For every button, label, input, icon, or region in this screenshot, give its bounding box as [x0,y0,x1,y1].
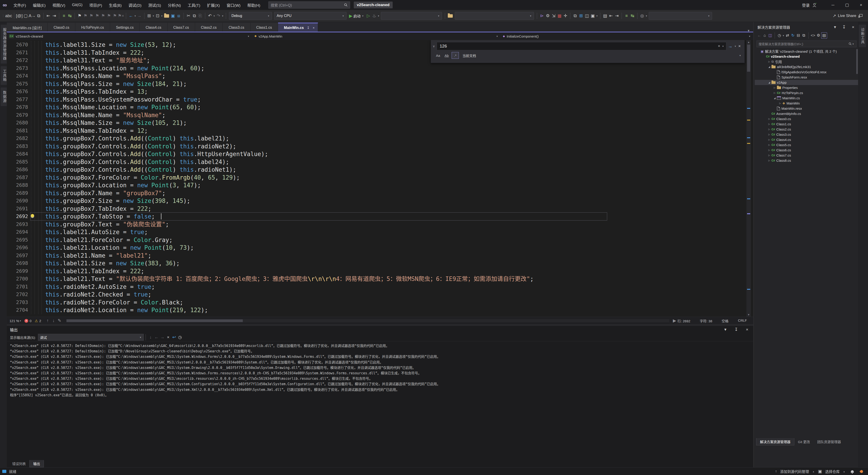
indent-mode[interactable]: 空格 [722,319,728,323]
accessibility-icon-caret[interactable]: ▾ [646,14,647,18]
find-next-options-icon[interactable]: ▾ [735,45,736,48]
code-line[interactable]: this.label21.AutoSize = true; [7,228,739,236]
find-in-files-icon[interactable] [448,14,453,18]
menu-Git(G)[interactable]: Git(G) [69,0,86,10]
extra-select[interactable]: ▾ [649,12,712,20]
next-bookmark-icon[interactable]: ⚑ [88,13,94,19]
expanded-arrow-icon[interactable]: ◢ [767,66,771,68]
add-item-icon[interactable]: ✛ [562,13,568,19]
console-icon[interactable]: ▣ [590,13,596,19]
code-line[interactable]: this.label21.Name = "label21"; [7,252,739,260]
sort2-icon[interactable]: ≡ [624,13,629,19]
document-tab-Class4.cs[interactable]: Class4.cs [140,23,167,32]
copy-icon[interactable]: ⧉ [191,13,197,19]
properties-copy-icon[interactable]: ⧉ [801,33,807,38]
document-tab-Class7.cs[interactable]: Class7.cs [167,23,195,32]
layout-icon[interactable]: ◫ [584,13,590,19]
navigate-forward-icon[interactable]: → [136,13,143,19]
code-line[interactable]: this.groupBox7.Controls.Add((Control) th… [7,135,739,143]
step-into-box-icon[interactable]: ⇲ [551,13,557,19]
pin-icon[interactable]: ↧ [733,327,739,332]
copy-structure-icon[interactable]: ⧉ [36,13,41,19]
find-next-icon[interactable]: → [726,43,734,49]
cut-icon[interactable]: ✂ [186,13,191,19]
new-project-icon[interactable]: ⊞ [146,13,152,19]
sort-lines-icon[interactable]: ≡ [61,13,67,19]
zoom-level-select[interactable]: 121 % [9,319,19,323]
dock-window-icon[interactable]: ⊞ [578,13,584,19]
undo-icon[interactable]: ↶ [207,13,213,19]
menu-文件(F)[interactable]: 文件(F) [10,0,30,10]
menu-调试(D)[interactable]: 调试(D) [125,0,145,10]
window-menu-icon[interactable]: ▾ [722,327,728,332]
tree-item-HzToPinyin.cs[interactable]: ▷C#HzToPinyin.cs [755,90,858,95]
redo-icon[interactable]: ↷ [215,13,221,19]
paste-icon[interactable]: ⎘ [197,13,203,19]
back-icon[interactable]: ← [756,33,762,38]
menu-帮助(H)[interactable]: 帮助(H) [244,0,264,10]
tree-item-解决方案 'v2Search-cleaned' (1 个项目, 共 2 个)[interactable]: ▣解决方案 'v2Search-cleaned' (1 个项目, 共 2 个) [755,49,858,54]
collapsed-arrow-icon[interactable]: ▷ [767,133,771,136]
document-tab-Class1.cs[interactable]: Class1.cs [250,23,278,32]
tree-item-aR3nbf8dQp2feLmk31[interactable]: ◢aR3nbf8dQp2feLmk31 [755,64,858,69]
pointer-icon[interactable]: ▢ [23,13,29,19]
collapsed-arrow-icon[interactable]: ▷ [773,86,776,89]
menu-编辑(E)[interactable]: 编辑(E) [29,0,49,10]
tree-item-引用[interactable]: ▷⧉引用 [755,59,858,64]
hot-reload-icon[interactable]: ♨ [371,13,377,19]
toggle-bookmark-icon[interactable]: ⚑ [76,13,83,19]
tree-item-MainWin[interactable]: ▷❖MainWin [755,101,858,106]
collapsed-arrow-icon[interactable]: ▷ [767,139,771,141]
redo-icon-caret[interactable]: ▾ [222,14,223,18]
next-bookmark-doc-icon[interactable]: ⚑ [112,13,118,19]
collapsed-arrow-icon[interactable]: ▷ [778,102,782,105]
reorder-lines-icon[interactable]: ↹ [67,13,73,19]
document-tab-Class3.cs[interactable]: Class3.cs [223,23,250,32]
code-line[interactable]: this.groupBox7.ForeColor = Color.FromArg… [7,174,739,182]
warning-count-icon[interactable]: ⚠ [35,319,38,323]
regex-toggle[interactable]: .* [452,52,459,59]
sign-in-link[interactable]: 登录 [802,2,810,8]
collapsed-arrow-icon[interactable]: ▷ [767,60,771,63]
new-file-icon[interactable]: ⊡ [155,13,160,19]
tree-item-Class1.cs[interactable]: ▷C#Class1.cs [755,121,858,127]
menu-项目(P)[interactable]: 项目(P) [86,0,105,10]
accessibility-icon[interactable]: ◎ [639,13,645,19]
edit-marker-icon[interactable]: ✎ [57,318,62,324]
timestamp-icon[interactable]: ◷ [177,334,183,340]
pending-changes-filter-icon[interactable]: ◷ [777,33,782,38]
tree-item-Class4.cs[interactable]: ▷C#Class4.cs [755,137,858,142]
find-scope-caret-icon[interactable]: ▾ [739,54,741,57]
tree-item-v2App[interactable]: ◢v2App [755,80,858,85]
code-line[interactable]: this.MssqlName.Location = new Point(65, … [7,103,739,111]
code-line[interactable]: this.radioNet2.Location = new Point(219,… [7,306,739,314]
error-count-icon[interactable]: ✕ [24,319,28,323]
code-line[interactable]: this.MssqlName.Name = "MssqlName"; [7,111,739,119]
side-tab-诊断工具[interactable]: 诊断工具 [859,25,866,47]
select-repository-button[interactable]: 选择仓库 [825,469,839,474]
tree-item-MainWin.resx[interactable]: MainWin.resx [755,106,858,111]
prev-bookmark-doc-icon[interactable]: ⚑ [106,13,112,19]
document-tab-Class2.cs[interactable]: Class2.cs [195,23,223,32]
profile-icon[interactable]: + [812,3,817,7]
word-wrap-icon[interactable]: ↩ [171,334,177,340]
explorer-tab-解决方案资源管理器[interactable]: 解决方案资源管理器 [756,438,794,445]
menu-分析(N)[interactable]: 分析(N) [164,0,184,10]
find-scope-select[interactable]: 当前文档 [463,53,476,58]
minimize-icon[interactable]: ─ [826,0,840,10]
next-message-icon[interactable]: → [159,334,165,340]
code-line[interactable]: this.label21.Location = new Point(10, 73… [7,244,739,252]
properties-wrench-icon[interactable]: ⚙ [816,33,821,38]
document-tab-Settings.cs[interactable]: Settings.cs [110,23,140,32]
next-bookmark-folder-icon[interactable]: ⚑ [100,13,106,19]
tab-overflow-icon[interactable]: ▼ [744,29,753,32]
close-icon[interactable]: × [744,327,750,332]
editor-horizontal-scrollbar[interactable] [66,319,669,322]
close-icon[interactable]: × [854,0,868,10]
toolbar-grip[interactable]: ⁞ [3,14,4,18]
menu-测试(S)[interactable]: 测试(S) [145,0,164,10]
scroll-right-icon[interactable]: ▶ [672,318,677,324]
expanded-arrow-icon[interactable]: ◢ [767,81,771,84]
code-line[interactable]: this.groupBox7.TabIndex = 222; [7,205,739,213]
tree-item-Class6.cs[interactable]: ▷C#Class6.cs [755,147,858,153]
